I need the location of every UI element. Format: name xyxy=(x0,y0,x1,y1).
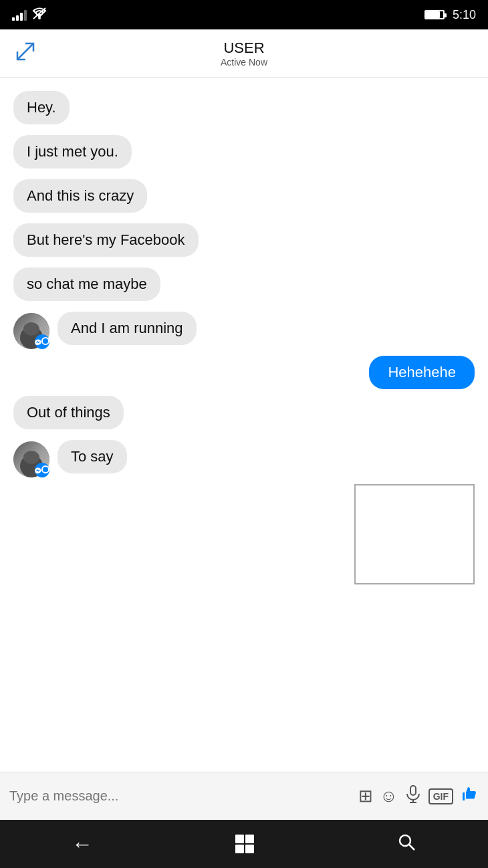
image-icon[interactable]: ⊞ xyxy=(358,786,373,806)
mic-icon[interactable] xyxy=(404,784,422,808)
bubble-hey: Hey. xyxy=(13,91,70,124)
thumbsup-icon[interactable] xyxy=(460,784,479,808)
bubble-facebook: But here's my Facebook xyxy=(13,223,199,257)
bubbles-column-2: To say xyxy=(57,440,127,477)
message-input[interactable] xyxy=(9,788,352,804)
svg-line-2 xyxy=(17,43,33,60)
signal-bars xyxy=(12,9,27,21)
message-group-met: I just met you. xyxy=(13,135,475,173)
expand-icon[interactable] xyxy=(13,39,37,67)
status-bar: 5:10 xyxy=(0,0,488,29)
message-group-chat: so chat me maybe xyxy=(13,267,475,305)
messenger-badge-1 xyxy=(35,334,49,349)
bubble-tosay: To say xyxy=(57,440,127,473)
sent-image-placeholder xyxy=(354,484,475,584)
sent-image-wrap xyxy=(13,484,475,584)
header-username: USER xyxy=(221,39,267,57)
message-group-hey: Hey. xyxy=(13,91,475,128)
back-button[interactable]: ← xyxy=(72,832,93,857)
avatar-wrap-1 xyxy=(13,313,49,349)
svg-line-7 xyxy=(409,845,414,850)
chat-area: Hey. I just met you. And this is crazy B… xyxy=(0,78,488,772)
svg-rect-3 xyxy=(410,786,416,795)
bubble-met: I just met you. xyxy=(13,135,132,169)
bubble-out: Out of things xyxy=(13,396,124,429)
status-time: 5:10 xyxy=(453,8,476,22)
message-group-tosay: To say xyxy=(13,440,475,477)
windows-button[interactable] xyxy=(235,835,254,853)
svg-point-6 xyxy=(400,835,410,846)
bubbles-column-1: And I am running xyxy=(57,312,197,349)
bubble-chat: so chat me maybe xyxy=(13,267,160,301)
status-right: 5:10 xyxy=(424,8,476,22)
message-group-running: And I am running xyxy=(13,312,475,349)
search-button[interactable] xyxy=(396,832,416,857)
message-group-out: Out of things xyxy=(13,396,475,433)
status-left xyxy=(12,7,48,23)
avatar-wrap-2 xyxy=(13,441,49,477)
bubble-hehe: Hehehehe xyxy=(369,356,475,389)
svg-point-0 xyxy=(38,17,41,19)
message-group-facebook: But here's my Facebook xyxy=(13,223,475,261)
message-group-crazy: And this is crazy xyxy=(13,179,475,217)
header: USER Active Now xyxy=(0,29,488,78)
emoji-icon[interactable]: ☺ xyxy=(380,786,398,806)
header-title-wrap: USER Active Now xyxy=(221,39,267,68)
nav-bar: ← xyxy=(0,820,488,868)
gif-button[interactable]: GIF xyxy=(429,788,453,804)
battery-icon xyxy=(424,10,445,19)
message-group-hehe: Hehehehe xyxy=(13,356,475,389)
bubble-running: And I am running xyxy=(57,312,197,345)
messenger-badge-2 xyxy=(35,463,49,477)
header-status: Active Now xyxy=(221,57,267,68)
input-bar: ⊞ ☺ GIF xyxy=(0,772,488,820)
wifi-icon xyxy=(31,7,48,23)
bubble-crazy: And this is crazy xyxy=(13,179,147,213)
